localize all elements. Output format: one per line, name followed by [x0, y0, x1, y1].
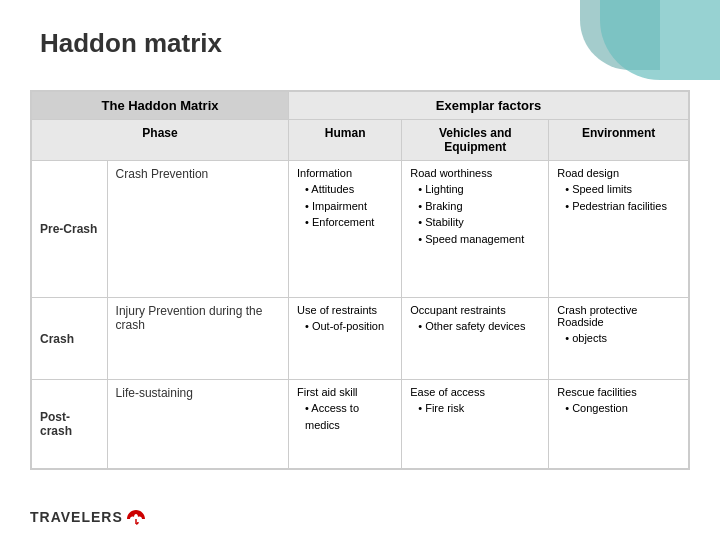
- decorative-shapes: [540, 0, 720, 90]
- phase-cell: Pre-Crash: [32, 161, 108, 298]
- content-list: Congestion: [557, 400, 680, 417]
- content-list: objects: [557, 330, 680, 347]
- cell-title: Occupant restraints: [410, 304, 540, 316]
- table-row: Pre-CrashCrash PreventionInformationAtti…: [32, 161, 689, 298]
- content-list: Out-of-position: [297, 318, 393, 335]
- environment-col-header: Environment: [549, 120, 689, 161]
- env-content-cell: Road designSpeed limitsPedestrian facili…: [549, 161, 689, 298]
- content-list: Access to medics: [297, 400, 393, 433]
- content-list: LightingBrakingStabilitySpeed management: [410, 181, 540, 247]
- content-list: AttitudesImpairmentEnforcement: [297, 181, 393, 231]
- list-item: Congestion: [565, 400, 680, 417]
- cell-title: Road worthiness: [410, 167, 540, 179]
- sub-phase-cell: Crash Prevention: [107, 161, 288, 298]
- haddon-matrix-table: The Haddon Matrix Exemplar factors Phase…: [31, 91, 689, 469]
- env-content-cell: Crash protective Roadsideobjects: [549, 298, 689, 380]
- vehicles-content-cell: Occupant restraintsOther safety devices: [402, 298, 549, 380]
- header-row-sub: Phase Human Vehicles and Equipment Envir…: [32, 120, 689, 161]
- human-content-cell: InformationAttitudesImpairmentEnforcemen…: [289, 161, 402, 298]
- list-item: Attitudes: [305, 181, 393, 198]
- list-item: Out-of-position: [305, 318, 393, 335]
- cell-title: First aid skill: [297, 386, 393, 398]
- list-item: Access to medics: [305, 400, 393, 433]
- content-list: Other safety devices: [410, 318, 540, 335]
- phase-cell: Crash: [32, 298, 108, 380]
- cell-title: Crash protective Roadside: [557, 304, 680, 328]
- content-list: Speed limitsPedestrian facilities: [557, 181, 680, 214]
- logo-area: TRAVELERS: [30, 509, 146, 525]
- phase-col-header: Phase: [32, 120, 289, 161]
- list-item: Braking: [418, 198, 540, 215]
- list-item: Pedestrian facilities: [565, 198, 680, 215]
- list-item: Impairment: [305, 198, 393, 215]
- cell-title: Ease of access: [410, 386, 540, 398]
- sub-phase-cell: Injury Prevention during the crash: [107, 298, 288, 380]
- list-item: Fire risk: [418, 400, 540, 417]
- sub-phase-cell: Life-sustaining: [107, 380, 288, 469]
- header-row-top: The Haddon Matrix Exemplar factors: [32, 92, 689, 120]
- umbrella-icon: [126, 509, 146, 525]
- vehicles-content-cell: Road worthinessLightingBrakingStabilityS…: [402, 161, 549, 298]
- table-row: CrashInjury Prevention during the crashU…: [32, 298, 689, 380]
- matrix-title-header: The Haddon Matrix: [32, 92, 289, 120]
- content-list: Fire risk: [410, 400, 540, 417]
- list-item: Lighting: [418, 181, 540, 198]
- env-content-cell: Rescue facilitiesCongestion: [549, 380, 689, 469]
- list-item: Speed management: [418, 231, 540, 248]
- human-col-header: Human: [289, 120, 402, 161]
- phase-cell: Post-crash: [32, 380, 108, 469]
- list-item: Enforcement: [305, 214, 393, 231]
- list-item: Other safety devices: [418, 318, 540, 335]
- page-title: Haddon matrix: [40, 28, 222, 59]
- cell-title: Information: [297, 167, 393, 179]
- matrix-container: The Haddon Matrix Exemplar factors Phase…: [30, 90, 690, 470]
- vehicles-content-cell: Ease of accessFire risk: [402, 380, 549, 469]
- cell-title: Use of restraints: [297, 304, 393, 316]
- exemplar-header: Exemplar factors: [289, 92, 689, 120]
- cell-title: Rescue facilities: [557, 386, 680, 398]
- cell-title: Road design: [557, 167, 680, 179]
- human-content-cell: First aid skillAccess to medics: [289, 380, 402, 469]
- list-item: Speed limits: [565, 181, 680, 198]
- logo-text: TRAVELERS: [30, 509, 123, 525]
- human-content-cell: Use of restraintsOut-of-position: [289, 298, 402, 380]
- list-item: objects: [565, 330, 680, 347]
- list-item: Stability: [418, 214, 540, 231]
- table-row: Post-crashLife-sustainingFirst aid skill…: [32, 380, 689, 469]
- vehicles-col-header: Vehicles and Equipment: [402, 120, 549, 161]
